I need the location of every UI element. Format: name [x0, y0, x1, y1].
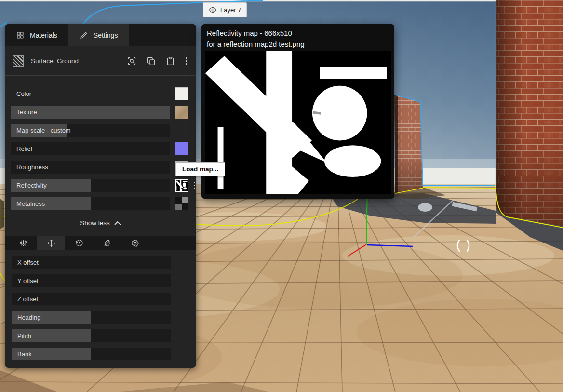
properties-panel: Materials Settings Surface: Ground — [5, 24, 196, 368]
paste-button[interactable] — [164, 55, 176, 67]
y-offset-field[interactable]: Y offset — [12, 274, 171, 287]
tab-materials[interactable]: Materials — [5, 24, 68, 46]
leaf-icon — [103, 239, 112, 248]
popup-title-line1: Reflectivity map - 666x510 — [205, 27, 391, 39]
gear-icon — [131, 239, 140, 248]
roughness-field[interactable]: Roughness — [11, 161, 170, 174]
row-x-offset: X offset — [12, 256, 196, 269]
relief-swatch[interactable] — [175, 142, 188, 155]
layer-button-label: Layer 7 — [220, 6, 241, 14]
pitch-field[interactable]: Pitch — [12, 329, 171, 342]
metalness-field[interactable]: Metalness — [11, 197, 170, 210]
color-swatch[interactable] — [175, 87, 188, 100]
relief-field[interactable]: Relief — [11, 142, 170, 155]
copy-button[interactable] — [145, 55, 157, 67]
reflectivity-thumb-image — [176, 180, 188, 191]
scan-search-icon — [127, 56, 137, 66]
window-top-edge — [0, 0, 563, 1]
grid-icon — [16, 31, 25, 40]
reflectivity-map-thumbnail[interactable] — [175, 179, 188, 192]
history-icon — [75, 239, 84, 248]
tool-tab-sliders[interactable] — [9, 236, 37, 250]
pick-material-button[interactable] — [126, 55, 138, 67]
color-field[interactable]: Color — [11, 87, 170, 100]
reflectivity-field[interactable]: Reflectivity — [11, 179, 170, 192]
reflectivity-menu-button[interactable] — [192, 180, 197, 190]
paste-icon — [165, 56, 175, 66]
brick-building-right[interactable] — [496, 0, 563, 228]
x-offset-field[interactable]: X offset — [12, 256, 171, 269]
row-bank: Bank — [12, 348, 196, 360]
panel-tab-bar: Materials Settings — [5, 24, 196, 46]
texture-field[interactable]: Texture — [11, 106, 170, 119]
surface-menu-button[interactable] — [184, 56, 188, 66]
heading-field[interactable]: Heading — [12, 311, 171, 324]
row-map-scale: Map scale - custom — [11, 124, 196, 137]
move-icon — [47, 239, 56, 248]
kebab-menu-icon — [186, 57, 187, 59]
tool-tab-move[interactable] — [37, 236, 65, 250]
surface-header: Surface: Ground — [5, 46, 196, 76]
transform-rows: X offset Y offset Z offset Heading — [5, 250, 196, 360]
layer-visibility-button[interactable]: Layer 7 — [203, 2, 247, 17]
texture-swatch[interactable] — [175, 106, 188, 119]
brick-building-middle[interactable] — [394, 95, 423, 193]
row-relief: Relief — [11, 142, 196, 155]
kebab-menu-icon — [194, 182, 195, 183]
map-scale-field[interactable]: Map scale - custom — [11, 124, 170, 137]
reflectivity-map-preview — [205, 51, 391, 194]
z-offset-field[interactable]: Z offset — [12, 293, 171, 305]
tool-tab-bar — [5, 236, 196, 250]
row-metalness: Metalness — [11, 197, 196, 210]
tab-label: Materials — [30, 31, 57, 39]
eye-icon — [209, 6, 217, 14]
row-y-offset: Y offset — [12, 274, 196, 287]
tool-tab-history[interactable] — [65, 236, 93, 250]
tab-label: Settings — [94, 31, 118, 39]
tab-settings[interactable]: Settings — [68, 24, 129, 46]
row-reflectivity: Reflectivity — [11, 179, 196, 192]
metalness-swatch[interactable] — [175, 197, 188, 210]
row-z-offset: Z offset — [12, 293, 196, 305]
surface-title: Surface: Ground — [31, 57, 79, 65]
pencil-icon — [80, 31, 88, 40]
material-rows: Color Texture Map scale - custom R — [5, 76, 196, 210]
copy-icon — [146, 56, 156, 66]
reflectivity-map-popup: Reflectivity map - 666x510 for a reflect… — [201, 24, 394, 199]
bank-field[interactable]: Bank — [12, 348, 171, 360]
popup-title-line2: for a reflection map2d test.png — [205, 39, 391, 50]
row-roughness: Roughness — [11, 161, 196, 174]
row-pitch: Pitch — [12, 329, 196, 342]
reflectivity-map-image — [205, 51, 391, 194]
sliders-icon — [19, 239, 28, 248]
show-less-button[interactable]: Show less — [5, 216, 196, 230]
tool-tab-settings[interactable] — [121, 236, 149, 250]
row-heading: Heading — [12, 311, 196, 324]
app-window: Layer 7 Materials Settings Surface: Grou… — [0, 0, 563, 392]
hatch-swatch-icon — [13, 55, 24, 67]
chevron-up-icon — [114, 221, 121, 225]
tool-tab-vegetation[interactable] — [93, 236, 121, 250]
row-color: Color — [11, 87, 196, 100]
load-map-tooltip: Load map... — [175, 162, 225, 176]
row-texture: Texture — [11, 106, 196, 119]
